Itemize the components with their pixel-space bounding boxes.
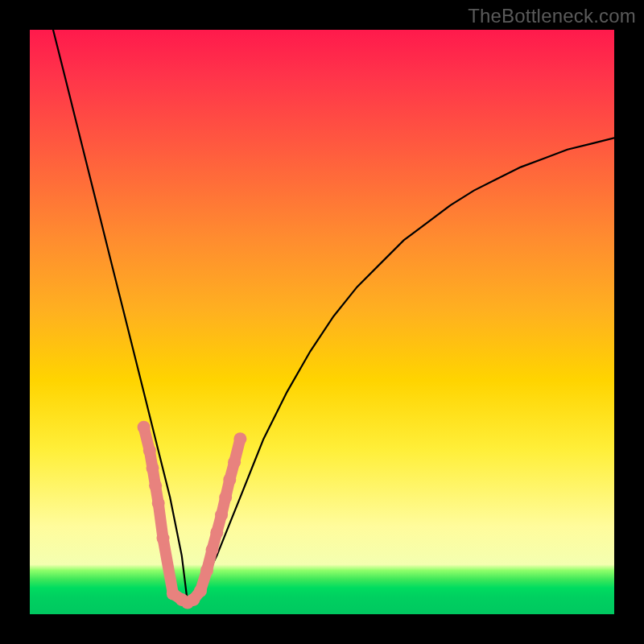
dot (152, 497, 165, 510)
chart-frame: TheBottleneck.com (0, 0, 644, 644)
dot (194, 584, 207, 597)
dot (219, 491, 232, 504)
dot (210, 526, 223, 539)
dot (233, 432, 246, 445)
dot (157, 532, 170, 545)
bottleneck-curve (53, 30, 614, 603)
dot (206, 543, 219, 556)
dots-group (138, 421, 247, 609)
chart-plot-area (30, 30, 614, 614)
dot (215, 509, 228, 522)
dot (143, 444, 156, 457)
dot (147, 462, 159, 475)
dot (200, 564, 213, 577)
dot (149, 479, 162, 492)
watermark-text: TheBottleneck.com (468, 5, 636, 27)
dot (228, 456, 241, 469)
dot (223, 473, 236, 486)
chart-svg (30, 30, 614, 614)
dot (138, 421, 151, 434)
